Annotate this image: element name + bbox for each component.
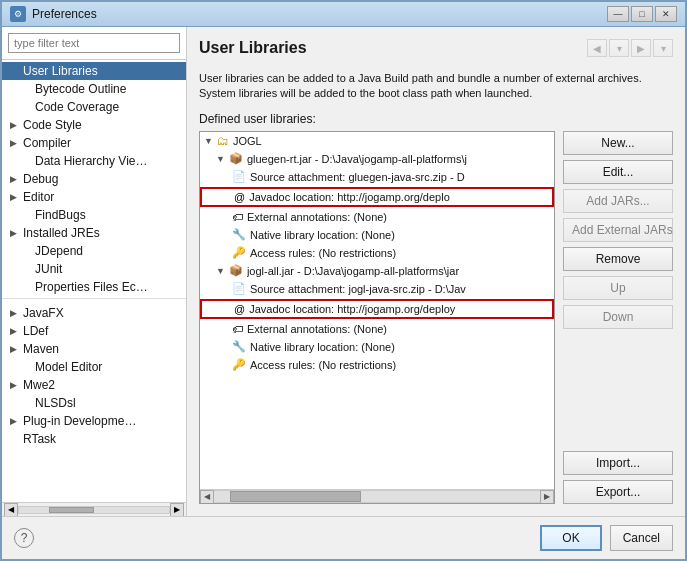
new-button[interactable]: New... [563, 131, 673, 155]
lib-item-jogl-jar[interactable]: ▼ 📦 jogl-all.jar - D:\Java\jogamp-all-pl… [200, 262, 554, 280]
cancel-button[interactable]: Cancel [610, 525, 673, 551]
minimize-button[interactable]: — [607, 6, 629, 22]
sidebar-item-label: Mwe2 [23, 378, 55, 392]
down-button[interactable]: Down [563, 305, 673, 329]
lib-item-gluegen-native[interactable]: 🔧 Native library location: (None) [200, 226, 554, 244]
maximize-button[interactable]: □ [631, 6, 653, 22]
sidebar-item-jdepend[interactable]: JDepend [2, 242, 186, 260]
lib-scroll-right[interactable]: ▶ [540, 490, 554, 504]
preferences-dialog: ⚙ Preferences — □ ✕ User Libraries [0, 0, 687, 561]
access-icon: 🔑 [232, 246, 246, 259]
nav-back-button[interactable]: ◀ [587, 39, 607, 57]
lib-item-label: Access rules: (No restrictions) [250, 359, 396, 371]
scroll-right-btn[interactable]: ▶ [170, 503, 184, 517]
edit-button[interactable]: Edit... [563, 160, 673, 184]
sidebar-item-label: Plug-in Developme… [23, 414, 136, 428]
scroll-left-btn[interactable]: ◀ [4, 503, 18, 517]
sidebar-item-label: LDef [23, 324, 48, 338]
sidebar-item-code-coverage[interactable]: Code Coverage [2, 98, 186, 116]
lib-item-jogl-javadoc[interactable]: @ Javadoc location: http://jogamp.org/de… [200, 299, 554, 319]
native-icon: 🔧 [232, 340, 246, 353]
sidebar-item-compiler[interactable]: ▶ Compiler [2, 134, 186, 152]
arrow-icon: ▶ [10, 344, 20, 354]
expand-icon: ▼ [216, 266, 225, 276]
lib-item-gluegen-access[interactable]: 🔑 Access rules: (No restrictions) [200, 244, 554, 262]
sidebar-item-rtask[interactable]: RTask [2, 430, 186, 448]
lib-item-label: gluegen-rt.jar - D:\Java\jogamp-all-plat… [247, 153, 467, 165]
sidebar-item-bytecode-outline[interactable]: Bytecode Outline [2, 80, 186, 98]
sidebar-item-debug[interactable]: ▶ Debug [2, 170, 186, 188]
lib-scroll-track[interactable] [214, 490, 540, 503]
up-button[interactable]: Up [563, 276, 673, 300]
sidebar-item-findbugs[interactable]: FindBugs [2, 206, 186, 224]
source-icon: 📄 [232, 170, 246, 183]
native-icon: 🔧 [232, 228, 246, 241]
sidebar-item-label: FindBugs [35, 208, 86, 222]
sidebar-item-code-style[interactable]: ▶ Code Style [2, 116, 186, 134]
sidebar-item-label: Code Coverage [35, 100, 119, 114]
javadoc-icon: @ [234, 191, 245, 203]
sidebar-item-plugin-development[interactable]: ▶ Plug-in Developme… [2, 412, 186, 430]
annotations-icon: 🏷 [232, 211, 243, 223]
help-button[interactable]: ? [14, 528, 34, 548]
sidebar-item-properties-files[interactable]: Properties Files Ec… [2, 278, 186, 296]
sidebar-item-javafx[interactable]: ▶ JavaFX [2, 304, 186, 322]
sidebar-item-label: Code Style [23, 118, 82, 132]
sidebar-item-mwe2[interactable]: ▶ Mwe2 [2, 376, 186, 394]
lib-scroll-left[interactable]: ◀ [200, 490, 214, 504]
lib-item-gluegen-annotations[interactable]: 🏷 External annotations: (None) [200, 208, 554, 226]
lib-item-gluegen-javadoc[interactable]: @ Javadoc location: http://jogamp.org/de… [200, 187, 554, 207]
lib-item-jogl-native[interactable]: 🔧 Native library location: (None) [200, 338, 554, 356]
sidebar-item-label: Debug [23, 172, 58, 186]
lib-item-jogl[interactable]: ▼ 🗂 JOGL [200, 132, 554, 150]
arrow-icon: ▶ [10, 174, 20, 184]
ok-button[interactable]: OK [540, 525, 601, 551]
sidebar-item-nlsdsl[interactable]: NLSDsl [2, 394, 186, 412]
tree-area[interactable]: User Libraries Bytecode Outline Code Cov… [2, 60, 186, 502]
scroll-track[interactable] [18, 506, 170, 514]
lib-item-jogl-access[interactable]: 🔑 Access rules: (No restrictions) [200, 356, 554, 374]
library-tree-container: ▼ 🗂 JOGL ▼ 📦 gluegen-rt.jar - D:\Java\jo… [199, 131, 555, 504]
sidebar-item-label: JDepend [35, 244, 83, 258]
library-icon: 🗂 [217, 134, 229, 148]
sidebar-item-label: Editor [23, 190, 54, 204]
remove-button[interactable]: Remove [563, 247, 673, 271]
sidebar-item-maven[interactable]: ▶ Maven [2, 340, 186, 358]
right-header: User Libraries ◀ ▾ ▶ ▾ [199, 39, 673, 63]
sidebar-item-label: Data Hierarchy Vie… [35, 154, 148, 168]
lib-item-gluegen-source[interactable]: 📄 Source attachment: gluegen-java-src.zi… [200, 168, 554, 186]
import-button[interactable]: Import... [563, 451, 673, 475]
sidebar-item-installed-jres[interactable]: ▶ Installed JREs [2, 224, 186, 242]
sidebar-item-editor[interactable]: ▶ Editor [2, 188, 186, 206]
sidebar-item-label: Installed JREs [23, 226, 100, 240]
lib-item-jogl-source[interactable]: 📄 Source attachment: jogl-java-src.zip -… [200, 280, 554, 298]
sidebar-item-ldef[interactable]: ▶ LDef [2, 322, 186, 340]
library-tree-scrollbar-h[interactable]: ◀ ▶ [200, 489, 554, 503]
add-jars-button[interactable]: Add JARs... [563, 189, 673, 213]
lib-item-gluegen-jar[interactable]: ▼ 📦 gluegen-rt.jar - D:\Java\jogamp-all-… [200, 150, 554, 168]
defined-libraries-label: Defined user libraries: [199, 112, 673, 126]
sidebar-item-junit[interactable]: JUnit [2, 260, 186, 278]
close-button[interactable]: ✕ [655, 6, 677, 22]
library-tree[interactable]: ▼ 🗂 JOGL ▼ 📦 gluegen-rt.jar - D:\Java\jo… [200, 132, 554, 489]
expand-icon: ▼ [216, 154, 225, 164]
title-bar: ⚙ Preferences — □ ✕ [2, 2, 685, 27]
add-external-jars-button[interactable]: Add External JARs... [563, 218, 673, 242]
nav-forward-dropdown-button[interactable]: ▾ [653, 39, 673, 57]
lib-item-jogl-annotations[interactable]: 🏷 External annotations: (None) [200, 320, 554, 338]
arrow-icon: ▶ [10, 120, 20, 130]
dialog-title: Preferences [32, 7, 97, 21]
export-button[interactable]: Export... [563, 480, 673, 504]
filter-input[interactable] [8, 33, 180, 53]
lib-item-label: External annotations: (None) [247, 323, 387, 335]
sidebar-item-data-hierarchy[interactable]: Data Hierarchy Vie… [2, 152, 186, 170]
lib-item-label: Native library location: (None) [250, 229, 395, 241]
nav-dropdown-button[interactable]: ▾ [609, 39, 629, 57]
lib-item-label: Javadoc location: http://jogamp.org/depl… [249, 191, 450, 203]
lib-item-label: jogl-all.jar - D:\Java\jogamp-all-platfo… [247, 265, 459, 277]
left-panel-scrollbar-h[interactable]: ◀ ▶ [2, 502, 186, 516]
sidebar-item-model-editor[interactable]: Model Editor [2, 358, 186, 376]
nav-forward-button[interactable]: ▶ [631, 39, 651, 57]
sidebar-item-user-libraries[interactable]: User Libraries [2, 62, 186, 80]
sidebar-item-label: RTask [23, 432, 56, 446]
